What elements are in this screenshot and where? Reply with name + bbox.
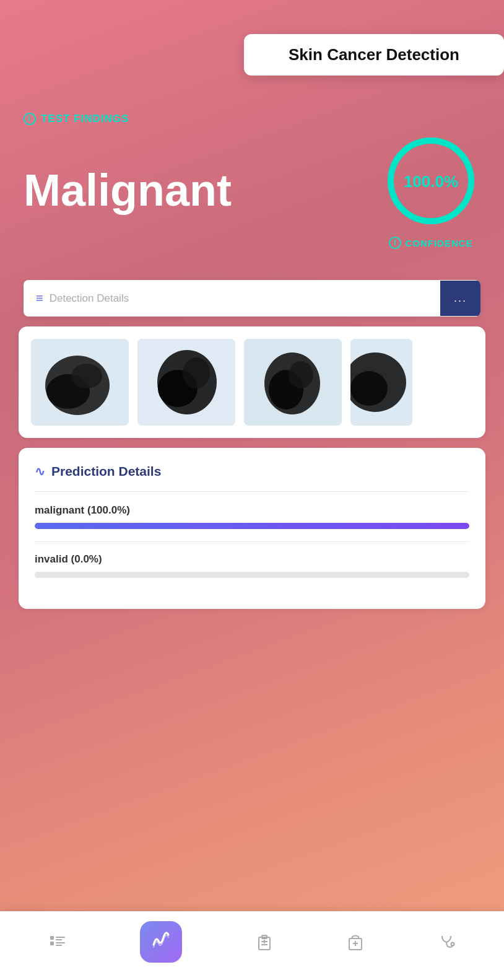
prediction-title: ∿ Prediction Details xyxy=(35,464,469,492)
svg-point-5 xyxy=(71,364,102,388)
confidence-label: i CONFIDENCE xyxy=(389,237,472,249)
findings-row: Malignant 100.0% i CONFIDENCE xyxy=(24,131,480,249)
app-title-box: Skin Cancer Detection xyxy=(244,34,504,76)
detection-more-button[interactable]: ... xyxy=(440,281,480,316)
svg-point-16 xyxy=(350,371,388,406)
prediction-card: ∿ Prediction Details malignant (100.0%) … xyxy=(19,448,485,609)
nav-hospital[interactable] xyxy=(347,934,364,951)
prediction-item-malignant: malignant (100.0%) xyxy=(35,504,469,529)
detection-bar-left: ≡ Detection Details xyxy=(24,280,440,317)
prediction-label-invalid: invalid (0.0%) xyxy=(35,553,469,566)
nav-list[interactable] xyxy=(49,934,66,951)
prediction-item-invalid: invalid (0.0%) xyxy=(35,553,469,578)
image-strip xyxy=(19,326,485,438)
confidence-info-icon: i xyxy=(389,237,401,249)
progress-fill-malignant xyxy=(35,523,469,529)
waves-icon: ∿ xyxy=(35,464,45,479)
svg-rect-17 xyxy=(50,936,54,940)
detection-bar: ≡ Detection Details ... xyxy=(24,280,480,317)
confidence-circle: 100.0% i CONFIDENCE xyxy=(381,131,480,249)
svg-point-31 xyxy=(451,942,454,945)
svg-rect-19 xyxy=(56,937,65,938)
nav-chart-active[interactable] xyxy=(140,921,182,963)
nav-clipboard[interactable] xyxy=(256,934,273,951)
progress-track-invalid xyxy=(35,572,469,578)
skin-image-2[interactable] xyxy=(137,339,235,426)
prediction-divider xyxy=(35,541,469,542)
info-icon: i xyxy=(24,113,36,125)
svg-point-9 xyxy=(183,357,210,388)
detection-details-label: Detection Details xyxy=(50,292,129,305)
result-text: Malignant xyxy=(24,168,232,212)
skin-image-4[interactable] xyxy=(350,339,412,426)
progress-track-malignant xyxy=(35,523,469,529)
svg-rect-21 xyxy=(56,942,65,943)
nav-stethoscope[interactable] xyxy=(438,934,455,951)
svg-rect-18 xyxy=(50,942,54,945)
confidence-value: 100.0% xyxy=(404,172,458,191)
svg-point-13 xyxy=(289,361,313,388)
prediction-label-malignant: malignant (100.0%) xyxy=(35,504,469,517)
test-findings-label: i TEST FINDINGS xyxy=(24,113,480,125)
app-title: Skin Cancer Detection xyxy=(289,45,459,64)
findings-section: i TEST FINDINGS Malignant 100.0% i CONFI… xyxy=(0,76,504,261)
nav-active-bg xyxy=(140,921,182,963)
skin-image-3[interactable] xyxy=(244,339,342,426)
svg-rect-20 xyxy=(56,939,62,940)
bottom-nav xyxy=(0,911,504,980)
skin-image-1[interactable] xyxy=(31,339,129,426)
list-lines-icon: ≡ xyxy=(36,291,43,305)
confidence-svg: 100.0% xyxy=(381,131,480,230)
svg-rect-22 xyxy=(56,945,62,946)
